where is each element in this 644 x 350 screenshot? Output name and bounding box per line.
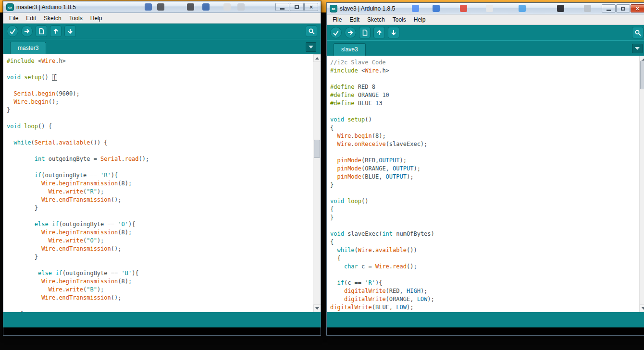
- close-icon: ×: [636, 6, 639, 12]
- status-bar: [3, 312, 321, 327]
- verify-icon: [333, 29, 339, 36]
- menu-file[interactable]: File: [329, 15, 346, 24]
- desktop-icon-bleed: [145, 3, 152, 11]
- code-editor[interactable]: //i2c Slave Code#include <Wire.h> #defin…: [327, 56, 644, 312]
- maximize-button[interactable]: [616, 4, 630, 12]
- verify-icon: [9, 28, 16, 35]
- menu-sketch[interactable]: Sketch: [363, 15, 389, 24]
- menu-tools[interactable]: Tools: [389, 15, 410, 24]
- console-output: [3, 327, 321, 335]
- arduino-window-slave3: ∞ slave3 | Arduino 1.8.5 × File Edit Ske…: [326, 2, 644, 336]
- upload-icon: [24, 28, 30, 35]
- minimize-button[interactable]: [275, 3, 289, 11]
- menu-help[interactable]: Help: [410, 15, 430, 24]
- maximize-icon: [621, 7, 625, 11]
- tab-slave3[interactable]: slave3: [334, 43, 366, 56]
- scroll-down-button[interactable]: [640, 304, 644, 312]
- maximize-icon: [295, 5, 299, 9]
- minimize-icon: [607, 10, 611, 11]
- desktop-icon-bleed: [223, 3, 231, 11]
- toolbar: [327, 25, 644, 40]
- verify-button[interactable]: [7, 25, 18, 37]
- window-title: slave3 | Arduino 1.8.5: [340, 5, 395, 12]
- arduino-app-icon: ∞: [6, 3, 14, 11]
- tab-menu-button[interactable]: [632, 44, 643, 53]
- menu-edit[interactable]: Edit: [22, 13, 40, 23]
- close-button[interactable]: ×: [631, 4, 644, 12]
- save-button[interactable]: [388, 27, 399, 38]
- minimize-icon: [280, 8, 285, 10]
- toolbar: [3, 24, 321, 39]
- open-button[interactable]: [50, 25, 62, 37]
- upload-icon: [347, 29, 354, 36]
- titlebar[interactable]: ∞ master3 | Arduino 1.8.5 ×: [3, 1, 321, 13]
- open-icon: [376, 29, 383, 36]
- chevron-down-icon: [309, 46, 313, 48]
- status-bar: [327, 312, 644, 327]
- vertical-scrollbar[interactable]: [313, 54, 321, 312]
- desktop-icon-bleed: [187, 3, 194, 11]
- upload-button[interactable]: [345, 27, 356, 38]
- open-icon: [52, 28, 59, 35]
- chevron-down-icon: [635, 47, 640, 50]
- code-editor[interactable]: #include <Wire.h> void setup() { Serial.…: [3, 54, 321, 312]
- close-button[interactable]: ×: [304, 3, 318, 11]
- menu-file[interactable]: File: [5, 13, 22, 23]
- menu-bar: File Edit Sketch Tools Help: [327, 14, 644, 25]
- maximize-button[interactable]: [290, 3, 304, 11]
- desktop-icon-bleed: [557, 5, 564, 12]
- desktop-icon-bleed: [202, 3, 210, 11]
- tab-label: slave3: [341, 46, 358, 53]
- serial-monitor-icon: [634, 29, 641, 36]
- desktop-icon-bleed: [584, 5, 591, 12]
- tab-menu-button[interactable]: [306, 42, 316, 52]
- tab-bar: slave3: [327, 40, 644, 56]
- menu-sketch[interactable]: Sketch: [40, 13, 65, 23]
- menu-edit[interactable]: Edit: [346, 15, 363, 24]
- minimize-button[interactable]: [602, 4, 616, 12]
- scrollbar-thumb[interactable]: [640, 60, 644, 89]
- console-output: [327, 327, 644, 335]
- arrow-down-icon: [315, 307, 319, 310]
- scroll-up-button[interactable]: [313, 54, 321, 62]
- new-sketch-button[interactable]: [36, 25, 47, 37]
- scrollbar-thumb[interactable]: [314, 140, 320, 158]
- verify-button[interactable]: [330, 27, 342, 38]
- menu-bar: File Edit Sketch Tools Help: [3, 13, 321, 24]
- menu-tools[interactable]: Tools: [65, 13, 87, 23]
- new-sketch-icon: [38, 28, 45, 35]
- tab-bar: master3: [3, 39, 321, 54]
- save-icon: [67, 28, 74, 35]
- desktop-icon-bleed: [486, 5, 493, 12]
- upload-button[interactable]: [21, 25, 33, 37]
- code-text[interactable]: //i2c Slave Code#include <Wire.h> #defin…: [327, 56, 644, 312]
- desktop-icon-bleed: [157, 3, 164, 11]
- save-button[interactable]: [64, 25, 76, 37]
- close-icon: ×: [310, 4, 313, 10]
- menu-help[interactable]: Help: [87, 13, 106, 23]
- scroll-down-button[interactable]: [313, 304, 321, 312]
- arrow-up-icon: [315, 57, 319, 60]
- new-sketch-button[interactable]: [359, 27, 371, 38]
- desktop-icon-bleed: [433, 5, 440, 12]
- desktop-icon-bleed: [519, 5, 526, 12]
- serial-monitor-icon: [308, 28, 315, 35]
- serial-monitor-button[interactable]: [632, 27, 644, 38]
- vertical-scrollbar[interactable]: [639, 56, 644, 312]
- serial-monitor-button[interactable]: [306, 25, 317, 37]
- window-title: master3 | Arduino 1.8.5: [16, 4, 76, 11]
- desktop-icon-bleed: [460, 5, 467, 12]
- save-icon: [390, 29, 397, 36]
- code-text[interactable]: #include <Wire.h> void setup() { Serial.…: [3, 54, 321, 312]
- tab-label: master3: [18, 45, 38, 51]
- open-button[interactable]: [373, 27, 385, 38]
- tab-master3[interactable]: master3: [10, 42, 46, 54]
- arduino-window-master3: ∞ master3 | Arduino 1.8.5 × File Edit Sk…: [3, 1, 321, 336]
- new-sketch-icon: [361, 29, 368, 36]
- arduino-app-icon: ∞: [330, 5, 337, 12]
- desktop-icon-bleed: [412, 5, 419, 12]
- desktop-icon-bleed: [237, 3, 245, 11]
- arrow-down-icon: [642, 307, 644, 310]
- titlebar[interactable]: ∞ slave3 | Arduino 1.8.5 ×: [327, 3, 644, 14]
